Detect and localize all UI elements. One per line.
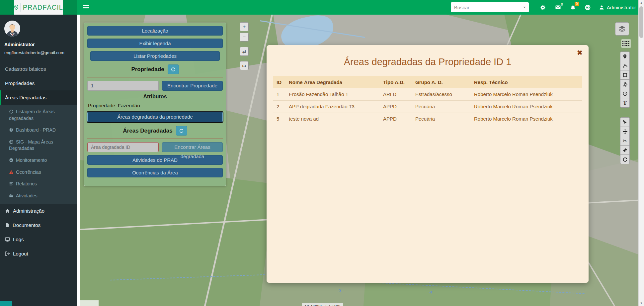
refresh-areas-degradadas-button[interactable] xyxy=(176,126,187,136)
pie-chart-icon xyxy=(9,128,14,132)
encontrar-propriedade-button[interactable]: Encontrar Propriedade xyxy=(162,81,223,91)
sidebar-item-listagem-areas[interactable]: Listagem de Áreas degradadas xyxy=(0,106,77,124)
localizacao-button[interactable]: Localização xyxy=(87,26,223,36)
sidebar-item-atividades[interactable]: Atividades xyxy=(0,190,77,202)
edit-arrow-icon xyxy=(622,120,628,125)
polyline-icon xyxy=(622,63,628,68)
edit-feature-button[interactable] xyxy=(620,117,630,127)
areas-degradadas-submenu: Listagem de Áreas degradadas Dashboard -… xyxy=(0,105,77,204)
page-scrollbar[interactable]: ▲ ▼ xyxy=(638,0,644,306)
refresh-propriedade-button[interactable] xyxy=(168,64,179,74)
sidebar-item-logout[interactable]: Logout xyxy=(0,247,77,261)
areas-degradadas-modal: ✖ Áreas degradadas da Propriedade ID 1 I… xyxy=(267,45,589,283)
areas-degradadas-table: ID Nome Área Degradada Tipo A.D. Grupo A… xyxy=(273,76,582,125)
user-menu[interactable]: Administrator xyxy=(595,5,636,10)
scrollbar-up-arrow[interactable]: ▲ xyxy=(639,0,644,6)
sidebar-item-ocorrencias[interactable]: Ocorrências xyxy=(0,166,77,178)
global-search xyxy=(451,2,529,12)
draw-text-button[interactable]: T xyxy=(620,98,630,108)
rotate-feature-button[interactable] xyxy=(620,154,630,164)
layer-list-control[interactable] xyxy=(621,39,631,48)
section-divider xyxy=(87,139,223,139)
atributos-heading: Atributos xyxy=(87,94,223,100)
draw-polygon-button[interactable] xyxy=(620,79,630,89)
sidebar-item-dashboard-prad[interactable]: Dashboard - PRAD xyxy=(0,124,77,136)
scrollbar-thumb[interactable] xyxy=(639,6,643,38)
cut-feature-button[interactable]: ✂ xyxy=(620,136,630,146)
sidebar-item-areas-degradadas[interactable]: Áreas Degradadas xyxy=(0,90,77,105)
propriedade-id-input[interactable] xyxy=(87,81,159,91)
sidebar-item-logs[interactable]: Logs xyxy=(0,232,77,247)
encontrar-area-degradada-button[interactable]: Encontrar Áreas degradada xyxy=(162,142,223,152)
edit-toolbar: ✂ xyxy=(620,117,630,164)
eraser-icon xyxy=(622,148,628,153)
column-header-grupo[interactable]: Grupo A. D. xyxy=(415,76,474,88)
cursor-coordinates: 13.40622 - 57.7438 xyxy=(302,303,343,306)
warning-triangle-icon xyxy=(9,170,14,174)
exibir-legenda-button[interactable]: Exibir legenda xyxy=(87,39,223,48)
ocorrencias-area-button[interactable]: Ocorrências da Área xyxy=(87,168,223,177)
area-degradada-id-input[interactable] xyxy=(87,142,159,152)
sidebar-item-cadastros-basicos[interactable]: Cadastros básicos xyxy=(0,62,77,76)
move-feature-button[interactable] xyxy=(620,127,630,136)
column-header-tipo[interactable]: Tipo A.D. xyxy=(383,76,415,88)
sidebar: Administrator engflorestalroberto@gmail.… xyxy=(0,15,77,306)
modal-title: Áreas degradadas da Propriedade ID 1 xyxy=(267,45,589,67)
table-row[interactable]: 5 teste nova ad APPD Pecuária Roberto Ma… xyxy=(273,113,582,125)
user-avatar[interactable] xyxy=(4,21,20,37)
listar-propriedades-button[interactable]: Listar Propriedades xyxy=(90,51,220,61)
sidebar-item-administracao[interactable]: Administração xyxy=(0,204,77,218)
sidebar-item-monitoramento[interactable]: Monitoramento xyxy=(0,154,77,166)
life-ring-icon xyxy=(585,5,591,10)
circle-tool-icon xyxy=(622,91,628,96)
help-button[interactable] xyxy=(580,0,595,15)
sidebar-toggle-button[interactable] xyxy=(80,0,92,15)
column-header-id[interactable]: ID xyxy=(273,76,289,88)
areas-degradadas-da-propriedade-button[interactable]: Áreas degradadas da propriedade xyxy=(87,112,223,122)
messages-button[interactable]: 0 xyxy=(550,0,566,15)
sidebar-item-sig-mapa[interactable]: SIG - Mapa Áreas Degradadas xyxy=(0,136,77,154)
circle-outline-icon xyxy=(9,109,14,114)
sidebar-item-propriedades[interactable]: Propriedades xyxy=(0,76,77,90)
table-row[interactable]: 2 APP degradada Fazendão T3 APPD Pecuári… xyxy=(273,100,582,113)
map-pin-icon xyxy=(14,4,19,11)
app-logo[interactable]: PRADFÁCIL xyxy=(14,0,63,15)
refresh-icon xyxy=(179,128,184,133)
map-canvas[interactable]: ✈ ✈ Localização Exibir legenda Listar Pr… xyxy=(80,15,638,306)
sidebar-menu: Cadastros básicos Propriedades Áreas Deg… xyxy=(0,62,77,261)
table-row[interactable]: 1 Erosão Fazendão Talhão 1 ARLD Estradas… xyxy=(273,88,582,100)
zoom-in-button[interactable]: + xyxy=(240,22,249,31)
zoom-out-button[interactable]: − xyxy=(240,33,249,42)
draw-circle-button[interactable] xyxy=(620,89,630,98)
draw-polyline-button[interactable] xyxy=(620,61,630,70)
messages-count-badge: 0 xyxy=(561,3,563,6)
corner-accent-block xyxy=(0,301,12,306)
home-icon xyxy=(5,208,10,213)
close-icon[interactable]: ✖ xyxy=(577,49,583,56)
sidebar-item-relatorios[interactable]: Relatórios xyxy=(0,178,77,190)
airplane-symbol: ✈ xyxy=(337,287,344,294)
column-header-resp[interactable]: Resp. Técnico xyxy=(474,76,582,88)
user-menu-label: Administrator xyxy=(607,5,636,10)
draw-rectangle-button[interactable] xyxy=(620,70,630,80)
settings-button[interactable] xyxy=(535,0,550,15)
draw-marker-button[interactable] xyxy=(620,51,630,61)
search-dropdown-caret-icon[interactable] xyxy=(523,7,526,8)
fit-extent-button[interactable]: ↦ xyxy=(240,61,249,70)
scrollbar-down-arrow[interactable]: ▼ xyxy=(639,300,644,306)
swap-layers-button[interactable]: ⇄ xyxy=(240,47,249,56)
top-navbar: PRADFÁCIL 0 0 Administrator xyxy=(0,0,644,15)
brand-divider xyxy=(21,3,21,12)
layer-rows-icon xyxy=(622,41,630,47)
section-divider xyxy=(87,77,223,77)
column-header-nome[interactable]: Nome Área Degradada xyxy=(289,76,383,88)
sidebar-item-documentos[interactable]: Documentos xyxy=(0,218,77,232)
search-input[interactable] xyxy=(451,2,529,12)
layers-control-button[interactable] xyxy=(615,22,629,36)
refresh-icon xyxy=(171,67,176,72)
delete-feature-button[interactable] xyxy=(620,145,630,155)
avatar-image xyxy=(4,21,20,37)
table-header-row: ID Nome Área Degradada Tipo A.D. Grupo A… xyxy=(273,76,582,88)
notifications-button[interactable]: 0 xyxy=(566,0,580,15)
logout-icon xyxy=(5,251,10,256)
